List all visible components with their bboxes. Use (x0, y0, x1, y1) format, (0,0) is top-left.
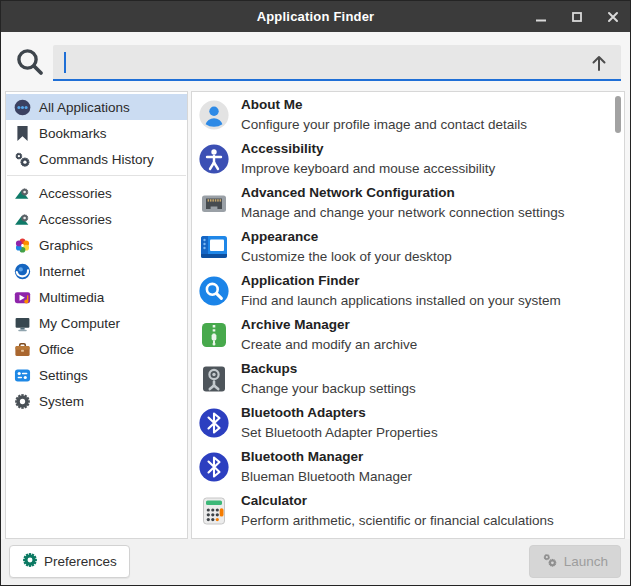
sidebar-item-system[interactable]: System (6, 388, 187, 414)
app-item-calculator[interactable]: CalculatorPerform arithmetic, scientific… (192, 489, 624, 533)
app-item-description: Perform arithmetic, scientific or financ… (241, 511, 554, 531)
appearance-icon (198, 231, 230, 263)
app-item-text: Advanced Network ConfigurationManage and… (241, 183, 564, 223)
search-input[interactable] (63, 45, 587, 79)
app-item-name: Application Finder (241, 271, 561, 291)
app-item-bluetooth-manager[interactable]: Bluetooth ManagerBlueman Bluetooth Manag… (192, 445, 624, 489)
app-item-name: About Me (241, 95, 527, 115)
multimedia-icon (13, 288, 31, 306)
sidebar-item-accessories[interactable]: Accessories (6, 206, 187, 232)
all-applications-icon (13, 98, 31, 116)
app-item-about-me[interactable]: About MeConfigure your profile image and… (192, 93, 624, 137)
titlebar: Application Finder (1, 1, 630, 32)
app-item-name: Backups (241, 359, 416, 379)
sidebar-item-label: Office (39, 342, 74, 357)
sidebar-item-accessories[interactable]: Accessories (6, 180, 187, 206)
launch-button[interactable]: Launch (529, 545, 621, 578)
accessories-icon (13, 184, 31, 202)
settings-icon (13, 366, 31, 384)
app-item-accessibility[interactable]: AccessibilityImprove keyboard and mouse … (192, 137, 624, 181)
sidebar-separator (7, 175, 186, 176)
archive-manager-icon (198, 319, 230, 351)
sidebar-item-internet[interactable]: Internet (6, 258, 187, 284)
app-item-text: AppearanceCustomize the look of your des… (241, 227, 452, 267)
sidebar-item-label: Commands History (39, 152, 154, 167)
sidebar-item-multimedia[interactable]: Multimedia (6, 284, 187, 310)
search-entry (53, 45, 621, 81)
my-computer-icon (13, 314, 31, 332)
accessories-icon (13, 210, 31, 228)
app-item-text: CalculatorPerform arithmetic, scientific… (241, 491, 554, 531)
app-item-description: Configure your profile image and contact… (241, 115, 527, 135)
sidebar-item-label: Accessories (39, 186, 112, 201)
app-item-description: Set Bluetooth Adapter Properties (241, 423, 438, 443)
sidebar-item-commands-history[interactable]: Commands History (6, 146, 187, 172)
preferences-button-label: Preferences (44, 554, 117, 569)
app-item-name: Appearance (241, 227, 452, 247)
backups-icon (198, 363, 230, 395)
about-me-icon (198, 99, 230, 131)
launch-button-label: Launch (564, 554, 608, 569)
accessibility-icon (198, 143, 230, 175)
sidebar: All ApplicationsBookmarksCommands Histor… (5, 91, 188, 539)
calculator-icon (198, 495, 230, 527)
app-item-description: Customize the look of your desktop (241, 247, 452, 267)
sidebar-item-label: Bookmarks (39, 126, 107, 141)
preferences-button[interactable]: Preferences (9, 545, 130, 578)
search-icon (14, 46, 46, 82)
app-item-application-finder[interactable]: Application FinderFind and launch applic… (192, 269, 624, 313)
up-arrow-icon[interactable] (589, 53, 609, 77)
app-item-archive-manager[interactable]: Archive ManagerCreate and modify an arch… (192, 313, 624, 357)
commands-history-icon (13, 150, 31, 168)
sidebar-item-office[interactable]: Office (6, 336, 187, 362)
app-item-description: Blueman Bluetooth Manager (241, 467, 412, 487)
application-list: About MeConfigure your profile image and… (191, 91, 625, 539)
internet-icon (13, 262, 31, 280)
application-finder-window: Application Finder All ApplicationsBookm… (0, 0, 631, 586)
bluetooth-icon (198, 407, 230, 439)
minimize-icon[interactable] (534, 10, 548, 24)
app-item-description: Change your backup settings (241, 379, 416, 399)
sidebar-item-bookmarks[interactable]: Bookmarks (6, 120, 187, 146)
sidebar-item-label: Internet (39, 264, 85, 279)
app-item-description: Improve keyboard and mouse accessibility (241, 159, 495, 179)
network-icon (198, 187, 230, 219)
bluetooth-icon (198, 451, 230, 483)
window-title: Application Finder (257, 9, 375, 24)
application-finder-icon (198, 275, 230, 307)
app-item-text: Archive ManagerCreate and modify an arch… (241, 315, 417, 355)
app-item-text: AccessibilityImprove keyboard and mouse … (241, 139, 495, 179)
maximize-icon[interactable] (570, 10, 584, 24)
footer: Preferences Launch (1, 539, 630, 585)
sidebar-item-label: All Applications (39, 100, 130, 115)
app-item-name: Accessibility (241, 139, 495, 159)
sidebar-item-label: Graphics (39, 238, 93, 253)
app-item-bluetooth-adapters[interactable]: Bluetooth AdaptersSet Bluetooth Adapter … (192, 401, 624, 445)
app-item-name: Advanced Network Configuration (241, 183, 564, 203)
app-item-name: Calculator (241, 491, 554, 511)
sidebar-item-label: Accessories (39, 212, 112, 227)
sidebar-item-label: Settings (39, 368, 88, 383)
scrollbar-thumb[interactable] (615, 96, 621, 133)
app-item-appearance[interactable]: AppearanceCustomize the look of your des… (192, 225, 624, 269)
preferences-icon (22, 552, 38, 571)
sidebar-item-graphics[interactable]: Graphics (6, 232, 187, 258)
window-controls (534, 1, 620, 32)
sidebar-item-all-applications[interactable]: All Applications (6, 94, 187, 120)
app-item-name: Archive Manager (241, 315, 417, 335)
sidebar-item-label: System (39, 394, 84, 409)
sidebar-item-my-computer[interactable]: My Computer (6, 310, 187, 336)
close-icon[interactable] (606, 10, 620, 24)
app-item-advanced-network-configuration[interactable]: Advanced Network ConfigurationManage and… (192, 181, 624, 225)
system-icon (13, 392, 31, 410)
launch-gears-icon (542, 552, 558, 571)
sidebar-item-label: My Computer (39, 316, 120, 331)
app-item-description: Find and launch applications installed o… (241, 291, 561, 311)
app-item-backups[interactable]: BackupsChange your backup settings (192, 357, 624, 401)
sidebar-item-settings[interactable]: Settings (6, 362, 187, 388)
app-item-text: Bluetooth ManagerBlueman Bluetooth Manag… (241, 447, 412, 487)
main-area: All ApplicationsBookmarksCommands Histor… (5, 91, 625, 539)
app-item-name: Bluetooth Manager (241, 447, 412, 467)
app-item-text: Bluetooth AdaptersSet Bluetooth Adapter … (241, 403, 438, 443)
graphics-icon (13, 236, 31, 254)
